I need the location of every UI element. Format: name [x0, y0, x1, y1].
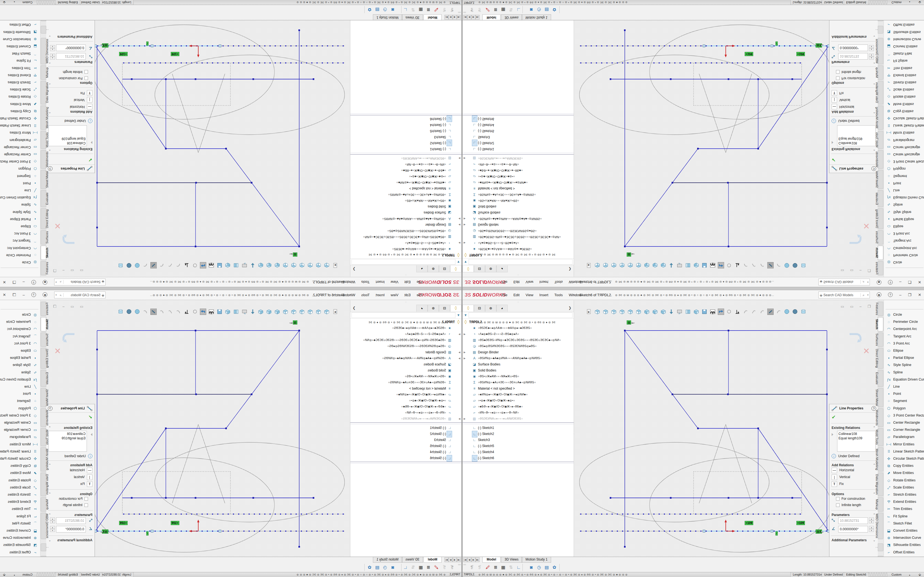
relations-list[interactable]: Collinear108Equal length109	[48, 125, 87, 146]
minimize-button[interactable]: –	[899, 280, 901, 285]
view-toolbar-icon-cube[interactable]	[643, 309, 650, 315]
tool-linear-sketch-pattern[interactable]: ⠿Linear Sketch Pattern	[884, 448, 924, 455]
expand-icon[interactable]: ▶	[464, 416, 467, 422]
view-toolbar-icon-gray[interactable]	[751, 262, 757, 268]
view-toolbar-icon-cubeo[interactable]	[315, 262, 322, 268]
tree-item[interactable]: ▶A○ӘЅИN◎∘♣А♣◎ИNА○∘○АNИ◎♣А♣∘◎NИӘЅ○	[351, 216, 462, 222]
tree-item[interactable]: ▶A○ӘЅИN◎∘♣А♣◎ИNА○∘○АNИ◎♣А♣∘◎NИӘЅ○	[351, 355, 462, 361]
tree-item[interactable]: ★○ӘЅЗЄ♣∘♠◎ΛА⊕○∘○⊕АΛ◎♠∘♣ЗЄӘЅ○	[462, 246, 573, 252]
view-toolbar-icon-save[interactable]	[701, 262, 708, 268]
parameters-header[interactable]: Parameters⌃	[46, 60, 95, 65]
user-icon[interactable]: ☻	[877, 280, 881, 285]
relation-entry[interactable]: Collinear108	[838, 432, 874, 436]
view-toolbar-icon-gray[interactable]	[142, 309, 149, 315]
bottom-toolbar-icon-7[interactable]: ◙	[389, 6, 396, 13]
tool-circle[interactable]: ◎Circle	[884, 311, 924, 318]
tool-center-rectangle[interactable]: ▭Center Rectangle	[0, 419, 40, 426]
tab-mesh-modeling[interactable]: Mesh Modeling	[878, 447, 883, 472]
view-toolbar-icon-graydot[interactable]	[726, 309, 732, 315]
bottom-toolbar-icon-5[interactable]: ⇅	[410, 6, 416, 13]
tool-extend-entities[interactable]: ͲExtend Entities	[884, 498, 924, 506]
tree-item[interactable]: ≡Material < not specified >	[351, 185, 462, 192]
view-toolbar-icon-cubeo[interactable]	[299, 262, 305, 268]
view-toolbar-icon-cube[interactable]	[258, 262, 264, 268]
tool-intersection-curve[interactable]: ⊛Intersection Curve	[884, 35, 924, 43]
view-toolbar-icon-gray[interactable]	[759, 262, 765, 268]
ok-button[interactable]: ✔	[88, 157, 92, 163]
doc-control-2[interactable]: –	[62, 305, 65, 309]
menu-edit[interactable]: Edit	[404, 293, 410, 297]
tool-stretch-entities[interactable]: ⌐Stretch Entities	[884, 79, 924, 86]
tab-sheet-metal[interactable]: Sheet Metal	[878, 170, 883, 189]
tab-sheet-metal[interactable]: Sheet Metal	[878, 388, 883, 407]
bottom-toolbar-icon-8[interactable]: ◷	[382, 564, 388, 571]
view-toolbar-icon-doc[interactable]: ▶	[332, 309, 338, 315]
tab-evaluate[interactable]: Evaluate	[878, 190, 883, 207]
view-toolbar-icon-sphere[interactable]	[784, 309, 790, 315]
bottom-toolbar-icon-10[interactable]: ✿	[366, 564, 373, 571]
length-input[interactable]: 10.88152731	[838, 53, 868, 60]
view-toolbar-icon-cube[interactable]	[266, 309, 272, 315]
tab-data-migration[interactable]: Data Migration	[878, 472, 883, 496]
tab-mold-tools[interactable]: Mold Tools	[878, 131, 883, 149]
tool-polygon[interactable]: ⬠Polygon	[0, 405, 40, 412]
view-toolbar-icon-gray[interactable]	[142, 262, 149, 268]
expand-icon[interactable]: ▶	[457, 349, 460, 355]
tool-center-rectangle[interactable]: ▭Center Rectangle	[884, 419, 924, 426]
help-icon[interactable]: ?	[31, 280, 36, 285]
doc-control-3[interactable]: ❐	[53, 268, 57, 272]
tool-corner-rectangle[interactable]: ▭Corner Rectangle	[0, 143, 40, 151]
tool-trim-entities[interactable]: ✂Trim Entities	[884, 64, 924, 71]
tree-item-sketch[interactable]: ∟(-) Sketch1	[462, 425, 573, 431]
view-toolbar-icon-cube[interactable]	[274, 309, 281, 315]
tree-item[interactable]: ≡Material < not specified >	[351, 385, 462, 392]
tree-item-sketch[interactable]: ∟(-) Sketch6	[351, 455, 462, 461]
add-relation-vertical[interactable]: |Vertical	[46, 474, 92, 481]
doc-tab-3d-views[interactable]: 3D Views	[402, 14, 423, 20]
tab-evaluate[interactable]: Evaluate	[41, 190, 46, 207]
doc-control-1[interactable]: ▭	[850, 268, 853, 272]
tool-trim-entities[interactable]: ✂Trim Entities	[0, 64, 40, 71]
tree-item[interactable]: ★○ӘЅЗЄ♣∘♠◎ΛА⊕○∘○⊕АΛ◎♠∘♣ЗЄӘЅ○	[462, 325, 573, 331]
tree-item[interactable]: ◪Surface Bodies	[351, 210, 462, 216]
tool-circle[interactable]: ◎Circle	[884, 259, 924, 266]
tree-item[interactable]: ▣Solid Bodies	[462, 367, 573, 373]
view-toolbar-icon-cubeo[interactable]	[611, 262, 617, 268]
tool-move-entities[interactable]: ⬈Move Entities	[0, 100, 40, 108]
length-input[interactable]: 10.88152731	[838, 517, 868, 524]
tool-corner-rectangle[interactable]: ▭Corner Rectangle	[884, 143, 924, 151]
tree-item-sketch[interactable]: ∟(-) Sketch6	[462, 455, 573, 461]
close-button[interactable]: ✕	[3, 280, 6, 285]
tab-features[interactable]: Features	[41, 261, 46, 275]
tree-item[interactable]: ▱○♣ИN◎♠÷○Ж◉ӀО∘ОӀ◉Ж○÷♠◎NИ♣○	[462, 392, 573, 398]
tree-item-sketch[interactable]: ∟Sketch3	[462, 134, 573, 140]
tool-copy-entities[interactable]: ⧉Copy Entities	[0, 108, 40, 114]
tool-sketch-fillet[interactable]: ⌒Sketch Fillet	[884, 50, 924, 57]
view-toolbar-icon-dark[interactable]	[150, 309, 157, 315]
tool-tangent-arc[interactable]: ⌒Tangent Arc	[0, 333, 40, 340]
view-toolbar-icon-book[interactable]	[233, 262, 239, 268]
tree-item[interactable]: ≡Material < not specified >	[462, 385, 573, 392]
tree-item[interactable]: ◶○ӘЅ♠◎ӘЅИNЗЄӘЅ○∘○ӘЅЗЄNИӘЅ◎♠ӘЅ○	[462, 343, 573, 349]
restore-button[interactable]: ❐	[13, 280, 16, 285]
view-toolbar-icon-cubeo[interactable]	[627, 309, 633, 315]
tree-item-sketch[interactable]: ∟(-) Sketch2	[462, 140, 573, 146]
search-dropdown-icon[interactable]: ▾	[55, 294, 58, 296]
cancel-sketch-icon[interactable]: ✕	[863, 346, 870, 356]
bottom-toolbar-icon-3[interactable]: ≣	[425, 564, 432, 571]
tab-data-migration[interactable]: Data Migration	[41, 472, 46, 496]
tool-intersection-curve[interactable]: ⊛Intersection Curve	[0, 35, 40, 43]
menu-file[interactable]: File	[502, 293, 507, 297]
tree-item[interactable]: ▶◔○Λ♠◎♣ӘЅ∘Ƨ○∘○Ƨ∘ӘЅ♣◎♠Λ○	[462, 240, 573, 246]
tree-item[interactable]: ▶▤Design Binder	[351, 222, 462, 228]
view-toolbar-icon-cube[interactable]	[258, 309, 264, 315]
panel-expand-arrow[interactable]: ❯	[569, 265, 572, 272]
tree-item[interactable]: Σ○ӘЅИN◎∘♣А∪¤ЗЄ○∘○ЗЄ¤∪А♣∘◎NИӘЅ○	[462, 192, 573, 198]
tab-mold-tools[interactable]: Mold Tools	[41, 131, 46, 149]
bottom-toolbar-icon-9[interactable]: ▤	[374, 6, 381, 13]
tool-linear-sketch-pattern[interactable]: ⠿Linear Sketch Pattern	[884, 122, 924, 129]
view-toolbar-icon-spheredark[interactable]	[792, 309, 798, 315]
view-toolbar-icon-monitor[interactable]: ⟳	[241, 262, 247, 268]
tab-nav[interactable]: ▶|	[444, 15, 449, 19]
tool-convert-entities[interactable]: ⬓Convert Entities	[884, 43, 924, 50]
